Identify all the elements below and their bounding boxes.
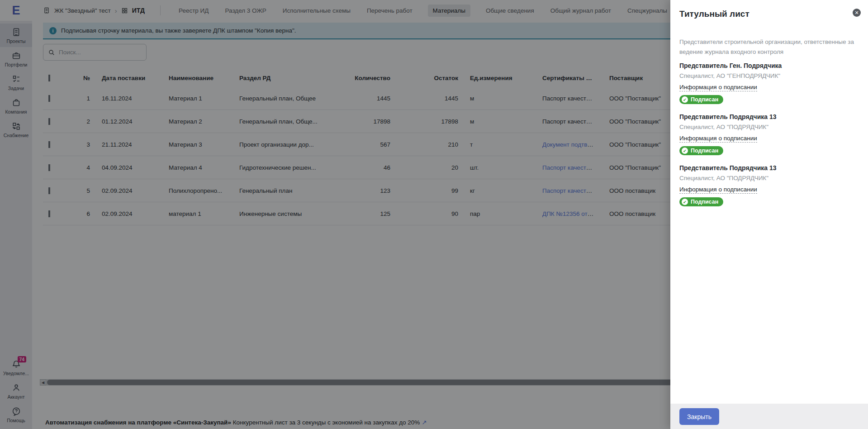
representative-title: Представитель Ген. Подрядчика [679,62,859,70]
signing-info-link[interactable]: Информация о подписании [679,186,757,194]
status-badge-label: Подписан [691,96,718,103]
modal-overlay[interactable] [0,0,670,429]
representatives-list: Представитель Ген. Подрядчика Специалист… [679,62,859,215]
check-seal-icon: ✔ [682,96,688,103]
title-sheet-panel: Титульный лист ✕ Представители строитель… [670,0,868,429]
representative-role: Специалист, АО "ПОДРЯДЧИК" [679,174,859,182]
representative-role: Специалист, АО "ГЕНПОДРЯДЧИК" [679,72,859,80]
check-seal-icon: ✔ [682,148,688,154]
check-seal-icon: ✔ [682,199,688,205]
representative-title: Представитель Подрядчика 13 [679,113,859,121]
close-button[interactable]: Закрыть [679,408,719,425]
representative-block: Представитель Подрядчика 13 Специалист, … [679,164,859,206]
representative-block: Представитель Ген. Подрядчика Специалист… [679,62,859,104]
panel-title: Титульный лист [679,9,749,19]
status-badge: ✔ Подписан [679,146,723,155]
representative-title: Представитель Подрядчика 13 [679,164,859,172]
signing-info-link[interactable]: Информация о подписании [679,134,757,143]
panel-footer: Закрыть [670,404,868,429]
close-icon[interactable]: ✕ [853,9,861,17]
status-badge-label: Подписан [691,148,718,154]
status-badge: ✔ Подписан [679,95,723,104]
signing-info-link[interactable]: Информация о подписании [679,83,757,91]
panel-subtitle: Представители строительной организации, … [679,37,860,57]
status-badge: ✔ Подписан [679,197,723,206]
representative-block: Представитель Подрядчика 13 Специалист, … [679,113,859,155]
status-badge-label: Подписан [691,199,718,205]
representative-role: Специалист, АО "ПОДРЯДЧИК" [679,123,859,131]
